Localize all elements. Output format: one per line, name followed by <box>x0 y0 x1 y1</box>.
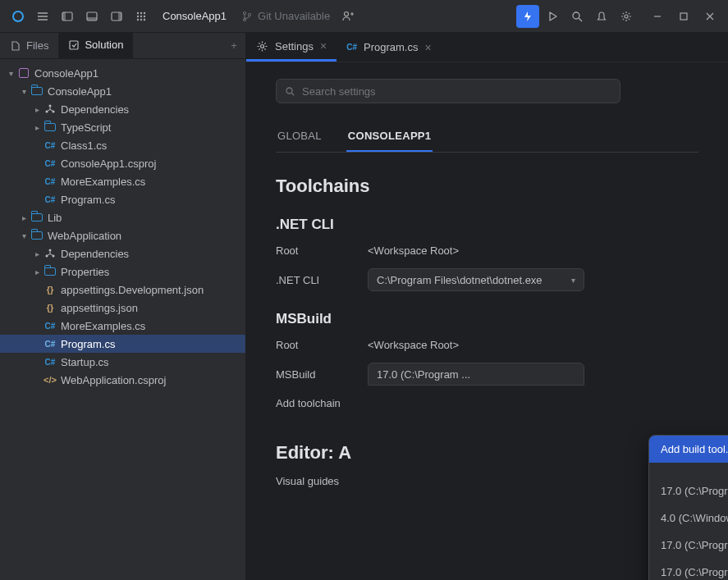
quick-action-button[interactable] <box>516 5 539 28</box>
window-close-icon[interactable] <box>698 5 721 28</box>
tree-file-cs[interactable]: C#MoreExamples.cs <box>0 317 245 335</box>
dropdown-item-add[interactable]: Add build tool... <box>649 436 728 463</box>
tree-label: Dependencies <box>61 103 129 116</box>
tree-label: Dependencies <box>61 248 129 260</box>
scope-tab-global[interactable]: GLOBAL <box>276 130 323 152</box>
sidebar-tab-label: Solution <box>85 39 123 51</box>
tree-file-cs[interactable]: C#MoreExamples.cs <box>0 172 245 190</box>
tree-file-cs[interactable]: C#Program.cs <box>0 190 245 208</box>
git-status[interactable]: Git Unavailable <box>236 10 335 22</box>
panel-bottom-icon[interactable] <box>80 5 103 28</box>
csharp-icon: C# <box>45 358 56 367</box>
tree-folder-typescript[interactable]: ▸TypeScript <box>0 118 245 136</box>
git-branch-icon <box>241 11 253 22</box>
svg-point-13 <box>137 18 139 20</box>
dropdown-item[interactable]: 17.0 (C:\Program Files\Microsof...urrent… <box>649 559 728 580</box>
root-label: Root <box>276 244 368 257</box>
settings-search[interactable] <box>276 79 620 103</box>
dependencies-icon <box>43 248 57 259</box>
folder-icon <box>44 267 56 276</box>
msbuild-select[interactable]: 17.0 (C:\Program ... <box>368 363 584 386</box>
sidebar-tabs: Files Solution + <box>0 33 245 59</box>
msbuild-dropdown: Add build tool... 17.0 (C:\Program Files… <box>648 435 728 580</box>
grid-icon[interactable] <box>130 5 153 28</box>
project-name[interactable]: ConsoleApp1 <box>154 10 235 22</box>
tree-folder-properties[interactable]: ▸Properties <box>0 263 245 281</box>
editor-area: Settings × C# Program.cs × GLOBAL CONSOL… <box>246 33 728 580</box>
csharp-icon: C# <box>45 340 56 349</box>
tree-label: Program.cs <box>61 194 115 206</box>
tree-project-lib[interactable]: ▸Lib <box>0 208 245 226</box>
menu-icon[interactable] <box>31 5 54 28</box>
tree-file-csproj[interactable]: </>WebApplication.csproj <box>0 371 245 389</box>
tree-label: ConsoleApp1.csproj <box>61 158 156 170</box>
tree-label: ConsoleApp1 <box>34 67 98 80</box>
tree-solution-root[interactable]: ▾ConsoleApp1 <box>0 64 245 82</box>
settings-gear-icon[interactable] <box>615 5 638 28</box>
tree-file-cs[interactable]: C#Class1.cs <box>0 136 245 154</box>
tree-file-cs[interactable]: C#Program.cs <box>0 335 245 353</box>
sidebar-tab-files[interactable]: Files <box>0 33 58 58</box>
netcli-label: .NET CLI <box>276 274 368 286</box>
window-maximize-icon[interactable] <box>672 5 695 28</box>
root-value: <Workspace Root> <box>368 339 459 351</box>
panel-right-icon[interactable] <box>105 5 128 28</box>
tree-file-json[interactable]: {}appsettings.Development.json <box>0 281 245 299</box>
settings-search-input[interactable] <box>302 85 611 98</box>
tree-project-web[interactable]: ▾WebApplication <box>0 226 245 244</box>
svg-point-20 <box>573 12 579 19</box>
svg-point-21 <box>625 15 628 18</box>
msbuild-heading: MSBuild <box>276 311 698 327</box>
sidebar: Files Solution + ▾ConsoleApp1 ▾ConsoleAp… <box>0 33 246 580</box>
tree-project[interactable]: ▾ConsoleApp1 <box>0 82 245 100</box>
editor-tab-settings[interactable]: Settings × <box>246 33 337 62</box>
svg-point-24 <box>49 105 52 107</box>
dropdown-item[interactable]: 17.0 (C:\Program Files\Microsof...Build\… <box>649 532 728 559</box>
app-logo-icon[interactable] <box>7 5 30 28</box>
editor-tabs: Settings × C# Program.cs × <box>246 33 728 62</box>
play-icon[interactable] <box>541 5 564 28</box>
tree-dependencies[interactable]: ▸Dependencies <box>0 100 245 118</box>
close-icon[interactable]: × <box>320 39 327 53</box>
root-label: Root <box>276 339 368 351</box>
tree-file-cs[interactable]: C#Startup.cs <box>0 353 245 371</box>
close-icon[interactable]: × <box>424 41 431 54</box>
svg-point-9 <box>144 11 145 13</box>
add-user-icon[interactable] <box>337 5 359 28</box>
dropdown-item[interactable]: 17.0 (C:\Program Files\dotnet\s...0\MSBu… <box>649 477 728 505</box>
search-icon <box>285 86 295 97</box>
dependencies-icon <box>43 103 57 115</box>
svg-rect-4 <box>87 17 97 21</box>
dropdown-item[interactable]: 4.0 (C:\Windows\Microsoft.NET...work\v4.… <box>649 505 728 532</box>
tree-label: Program.cs <box>61 338 115 350</box>
svg-rect-23 <box>70 41 78 49</box>
tree-label: appsettings.json <box>61 302 138 314</box>
window-minimize-icon[interactable] <box>646 5 669 28</box>
csharp-icon: C# <box>45 322 56 331</box>
tree-label: WebApplication.csproj <box>61 374 166 386</box>
tree-file-json[interactable]: {}appsettings.json <box>0 299 245 317</box>
svg-point-12 <box>144 15 145 16</box>
notifications-icon[interactable] <box>590 5 613 28</box>
tree-dependencies[interactable]: ▸Dependencies <box>0 244 245 263</box>
panel-left-icon[interactable] <box>56 5 79 28</box>
editor-tab-program[interactable]: C# Program.cs × <box>337 33 441 62</box>
sidebar-tab-solution[interactable]: Solution <box>58 33 133 58</box>
svg-point-27 <box>49 249 52 252</box>
code-icon: </> <box>43 375 57 385</box>
csharp-icon: C# <box>45 177 56 186</box>
svg-point-10 <box>137 15 139 16</box>
settings-icon <box>256 40 268 53</box>
netcli-heading: .NET CLI <box>276 217 698 233</box>
toolchains-heading: Toolchains <box>276 176 698 197</box>
editor-heading: Editor: A <box>276 442 698 464</box>
netcli-select[interactable]: C:\Program Files\dotnet\dotnet.exe ▾ <box>368 268 584 291</box>
svg-point-16 <box>243 11 245 14</box>
tree-file-csproj[interactable]: C#ConsoleApp1.csproj <box>0 154 245 172</box>
search-icon[interactable] <box>565 5 588 28</box>
csharp-icon: C# <box>45 159 56 168</box>
add-toolchain-label: Add toolchain <box>276 397 368 409</box>
tree-label: Startup.cs <box>61 356 109 368</box>
sidebar-add-icon[interactable]: + <box>222 33 245 58</box>
scope-tab-project[interactable]: CONSOLEAPP1 <box>346 130 433 152</box>
